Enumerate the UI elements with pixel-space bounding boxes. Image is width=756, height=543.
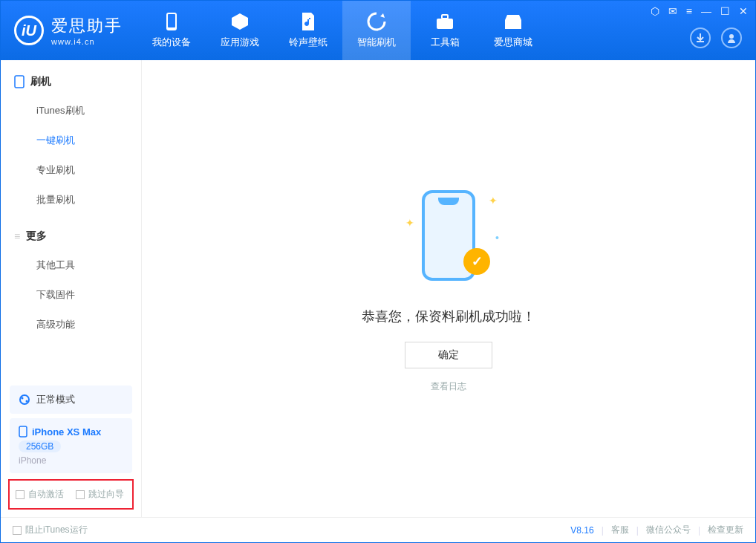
brand-text: 爱思助手 www.i4.cn xyxy=(51,15,123,46)
title-right: ⬡ ✉ ≡ — ☐ ✕ xyxy=(651,1,755,60)
sidebar-item-pro-flash[interactable]: 专业刷机 xyxy=(1,155,141,185)
statusbar: 阻止iTunes运行 V8.16 | 客服 | 微信公众号 | 检查更新 xyxy=(1,517,755,542)
refresh-shield-icon xyxy=(367,12,386,31)
sparkle-icon: ✦ xyxy=(405,217,414,229)
svg-point-7 xyxy=(22,397,24,400)
checkbox-skip-wizard[interactable]: 跳过向导 xyxy=(76,488,124,501)
sidebar-group-more: ≡ 更多 其他工具 下载固件 高级功能 xyxy=(1,215,141,339)
sparkle-icon: ✦ xyxy=(489,195,498,207)
checkbox-icon xyxy=(16,490,25,499)
cube-icon xyxy=(230,12,250,31)
body: 刷机 iTunes刷机 一键刷机 专业刷机 批量刷机 ≡ 更多 其他工具 下载固… xyxy=(1,60,755,517)
device-capacity: 256GB xyxy=(19,440,61,452)
svg-rect-2 xyxy=(437,19,453,29)
tab-label: 铃声壁纸 xyxy=(289,36,328,49)
minimize-button[interactable]: — xyxy=(701,5,711,17)
sidebar-item-batch-flash[interactable]: 批量刷机 xyxy=(1,185,141,215)
sidebar-group-flash: 刷机 iTunes刷机 一键刷机 专业刷机 批量刷机 xyxy=(1,60,141,215)
check-badge-icon: ✓ xyxy=(463,248,490,275)
window-controls: ⬡ ✉ ≡ — ☐ ✕ xyxy=(651,5,748,17)
highlighted-options: 自动激活 跳过向导 xyxy=(8,479,134,510)
separator: | xyxy=(602,525,604,536)
statusbar-right: V8.16 | 客服 | 微信公众号 | 检查更新 xyxy=(570,524,743,536)
svg-point-6 xyxy=(20,395,29,404)
checkbox-icon xyxy=(13,526,22,535)
tab-ringtone-wallpaper[interactable]: 铃声壁纸 xyxy=(274,1,342,60)
close-button[interactable]: ✕ xyxy=(739,5,748,17)
tab-label: 应用游戏 xyxy=(221,36,259,49)
svg-rect-9 xyxy=(19,426,27,437)
sidebar-item-oneclick-flash[interactable]: 一键刷机 xyxy=(1,126,141,155)
sidebar: 刷机 iTunes刷机 一键刷机 专业刷机 批量刷机 ≡ 更多 其他工具 下载固… xyxy=(1,60,142,517)
svg-rect-1 xyxy=(168,14,175,27)
device-card[interactable]: iPhone XS Max 256GB iPhone xyxy=(10,418,132,473)
phone-icon xyxy=(162,12,181,31)
mode-label: 正常模式 xyxy=(36,393,75,406)
svg-point-4 xyxy=(729,34,734,39)
sidebar-item-download-firmware[interactable]: 下载固件 xyxy=(1,280,141,310)
group-header-flash: 刷机 xyxy=(1,71,141,96)
tab-smart-flash[interactable]: 智能刷机 xyxy=(342,1,411,60)
view-log-link[interactable]: 查看日志 xyxy=(431,380,466,393)
shirt-icon[interactable]: ⬡ xyxy=(651,5,659,17)
file-music-icon xyxy=(299,12,318,31)
mode-icon xyxy=(19,394,30,406)
tab-my-device[interactable]: 我的设备 xyxy=(137,1,206,60)
brand-name: 爱思助手 xyxy=(51,15,123,37)
right-icons xyxy=(690,27,742,48)
sidebar-item-itunes-flash[interactable]: iTunes刷机 xyxy=(1,96,141,126)
device-name: iPhone XS Max xyxy=(32,426,101,438)
separator: | xyxy=(636,525,639,536)
device-icon xyxy=(14,75,25,88)
tab-toolbox[interactable]: 工具箱 xyxy=(411,1,479,60)
tab-store[interactable]: 爱思商城 xyxy=(479,1,547,60)
success-illustration: ✓ ✦ ✦ • xyxy=(397,184,501,288)
brand-url: www.i4.cn xyxy=(51,37,123,46)
nav-tabs: 我的设备 应用游戏 铃声壁纸 智能刷机 工具箱 爱思商城 xyxy=(137,1,547,60)
list-icon: ≡ xyxy=(14,230,20,242)
menu-icon[interactable]: ≡ xyxy=(686,5,692,17)
tab-apps-games[interactable]: 应用游戏 xyxy=(206,1,274,60)
group-label: 更多 xyxy=(26,230,47,243)
sidebar-item-other-tools[interactable]: 其他工具 xyxy=(1,250,141,280)
wechat-link[interactable]: 微信公众号 xyxy=(646,524,691,536)
checkbox-label: 自动激活 xyxy=(28,488,64,501)
checkbox-auto-activate[interactable]: 自动激活 xyxy=(16,488,64,501)
checkbox-icon xyxy=(76,490,85,499)
svg-point-8 xyxy=(26,400,28,403)
checkbox-label: 跳过向导 xyxy=(88,488,124,501)
tab-label: 智能刷机 xyxy=(357,36,396,49)
app-window: iU 爱思助手 www.i4.cn 我的设备 应用游戏 铃声壁纸 智能刷机 xyxy=(0,0,756,543)
sidebar-item-advanced[interactable]: 高级功能 xyxy=(1,310,141,339)
version-label: V8.16 xyxy=(570,525,593,536)
feedback-icon[interactable]: ✉ xyxy=(668,5,677,17)
ok-button[interactable]: 确定 xyxy=(405,342,492,368)
check-update-link[interactable]: 检查更新 xyxy=(708,524,743,536)
main-content: ✓ ✦ ✦ • 恭喜您，保资料刷机成功啦！ 确定 查看日志 xyxy=(142,60,755,517)
device-type: iPhone xyxy=(19,455,123,466)
toolbox-icon xyxy=(435,12,454,31)
brand-logo-icon: iU xyxy=(14,16,44,45)
titlebar: iU 爱思助手 www.i4.cn 我的设备 应用游戏 铃声壁纸 智能刷机 xyxy=(1,1,755,60)
tab-label: 我的设备 xyxy=(152,36,191,49)
maximize-button[interactable]: ☐ xyxy=(720,5,730,17)
mode-card[interactable]: 正常模式 xyxy=(10,386,132,414)
tab-label: 工具箱 xyxy=(431,36,460,49)
svg-rect-5 xyxy=(15,76,24,88)
group-header-more: ≡ 更多 xyxy=(1,225,141,250)
store-icon xyxy=(504,12,523,31)
checkbox-block-itunes[interactable]: 阻止iTunes运行 xyxy=(13,524,88,536)
svg-rect-3 xyxy=(442,15,448,19)
sparkle-icon: • xyxy=(495,232,499,244)
separator: | xyxy=(698,525,700,536)
brand: iU 爱思助手 www.i4.cn xyxy=(1,1,137,60)
user-account-button[interactable] xyxy=(721,27,742,48)
sidebar-bottom: 正常模式 iPhone XS Max 256GB iPhone 自动激活 xyxy=(1,381,141,517)
checkbox-label: 阻止iTunes运行 xyxy=(25,524,88,536)
phone-small-icon xyxy=(19,426,27,438)
download-manager-button[interactable] xyxy=(690,27,711,48)
support-link[interactable]: 客服 xyxy=(611,524,629,536)
success-message: 恭喜您，保资料刷机成功啦！ xyxy=(362,308,535,325)
tab-label: 爱思商城 xyxy=(494,36,532,49)
group-label: 刷机 xyxy=(30,75,51,88)
